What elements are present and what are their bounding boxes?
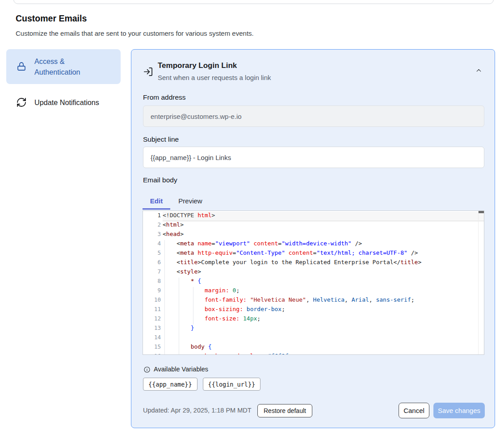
sidebar-item-update-notifications[interactable]: Update Notifications xyxy=(6,92,121,113)
collapse-button[interactable] xyxy=(472,66,485,76)
email-body-label: Email body xyxy=(143,176,177,184)
cancel-button[interactable]: Cancel xyxy=(399,403,429,418)
code-editor[interactable]: 12345678910111213141516 <!DOCTYPE html><… xyxy=(143,211,484,355)
variable-chips: {{app_name}} {{login_url}} xyxy=(143,378,260,391)
chevron-up-icon xyxy=(475,67,483,76)
from-address-label: From address xyxy=(143,93,186,101)
sidebar-item-label: Update Notifications xyxy=(34,97,99,108)
card-subtitle: Sent when a user requests a login link xyxy=(158,74,271,81)
restore-default-button[interactable]: Restore default xyxy=(257,404,312,417)
customer-emails-page: Customer Emails Customize the emails tha… xyxy=(0,0,504,438)
variable-chip-login-url[interactable]: {{login_url}} xyxy=(203,378,261,391)
active-tab-underline xyxy=(143,208,170,210)
available-variables-label: Available Variables xyxy=(154,366,208,373)
scrollbar-thumb[interactable] xyxy=(479,211,484,213)
info-icon xyxy=(143,366,151,375)
page-subtitle: Customize the emails that are sent to yo… xyxy=(16,29,254,37)
previous-card-bottom-edge xyxy=(13,0,494,4)
refresh-icon xyxy=(16,97,27,108)
sidebar-item-access-authentication[interactable]: Access & Authentication xyxy=(6,49,121,84)
editor-line-numbers: 12345678910111213141516 xyxy=(143,212,161,355)
from-address-input[interactable] xyxy=(143,105,484,127)
subject-line-input[interactable] xyxy=(143,147,484,168)
card-title: Temporary Login Link xyxy=(158,61,237,70)
sidebar-item-label: Access & Authentication xyxy=(34,56,110,77)
subject-line-label: Subject line xyxy=(143,135,179,143)
updated-timestamp: Updated: Apr 29, 2025, 1:18 PM MDT xyxy=(143,407,252,414)
editor-scrollbar[interactable] xyxy=(478,211,484,354)
editor-code-content: <!DOCTYPE html><html><head> <meta name="… xyxy=(163,212,478,355)
tab-edit[interactable]: Edit xyxy=(143,193,170,209)
log-in-icon xyxy=(143,67,153,79)
page-title: Customer Emails xyxy=(16,13,87,24)
temporary-login-link-card: Temporary Login Link Sent when a user re… xyxy=(131,49,495,428)
lock-icon xyxy=(16,61,27,72)
tab-preview[interactable]: Preview xyxy=(172,193,209,209)
variable-chip-app-name[interactable]: {{app_name}} xyxy=(143,378,197,391)
save-changes-button[interactable]: Save changes xyxy=(433,403,485,418)
